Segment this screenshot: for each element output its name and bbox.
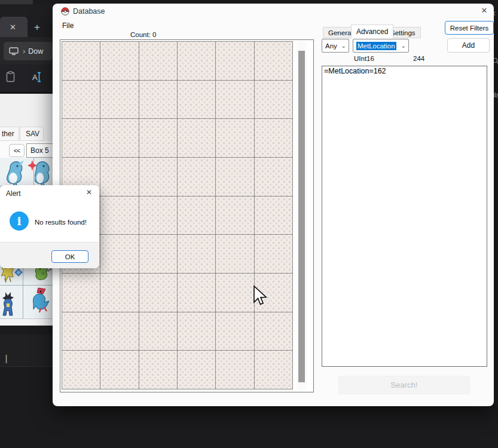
breadcrumb-chevron-icon: › (23, 47, 25, 56)
results-scrollbar[interactable] (297, 41, 307, 391)
db-slot[interactable] (216, 81, 253, 119)
db-slot[interactable] (216, 274, 253, 312)
property-max-label: 244 (413, 55, 424, 62)
db-slot[interactable] (100, 197, 138, 235)
alert-close-icon[interactable]: ✕ (84, 188, 94, 198)
database-titlebar[interactable]: Database ✕ (53, 4, 494, 19)
db-slot[interactable] (178, 274, 215, 312)
db-slot[interactable] (62, 119, 100, 157)
db-slot[interactable] (100, 158, 138, 196)
db-slot[interactable] (216, 119, 253, 157)
breadcrumb-item[interactable]: Dow (28, 47, 43, 56)
chevron-down-icon: ⌄ (401, 42, 406, 49)
explorer-top-strip (0, 0, 33, 4)
window-close-icon[interactable]: ✕ (478, 6, 490, 17)
db-slot[interactable] (178, 81, 215, 119)
db-slot[interactable] (178, 197, 215, 235)
db-slot[interactable] (255, 235, 292, 273)
db-slot[interactable] (100, 42, 138, 80)
db-slot[interactable] (178, 42, 215, 80)
db-slot[interactable] (255, 81, 292, 119)
db-slot[interactable] (100, 312, 138, 351)
pokeball-icon (61, 7, 69, 18)
add-filter-button[interactable]: Add (447, 38, 490, 53)
db-slot[interactable] (139, 274, 177, 312)
db-slot[interactable] (139, 158, 177, 196)
db-slot[interactable] (100, 274, 138, 312)
db-slot[interactable] (255, 119, 292, 157)
db-slot[interactable] (139, 351, 177, 389)
db-slot[interactable] (100, 119, 138, 157)
db-slot[interactable] (255, 158, 292, 196)
chevron-down-icon: ⌄ (341, 42, 346, 49)
box-selector[interactable]: Box 5 (26, 143, 53, 158)
db-slot[interactable] (62, 81, 100, 119)
tab-close-icon[interactable]: ✕ (10, 23, 16, 32)
db-slot[interactable] (178, 158, 215, 196)
new-tab-icon[interactable]: + (34, 22, 40, 33)
previous-box-button[interactable]: << (9, 144, 25, 157)
menu-file[interactable]: File (62, 22, 74, 30)
property-value: MetLocation (356, 42, 396, 50)
db-slot[interactable] (139, 42, 177, 80)
pokemon-sprite[interactable] (1, 290, 16, 319)
db-slot[interactable] (62, 42, 100, 80)
paste-icon[interactable] (6, 71, 15, 85)
property-dropdown[interactable]: MetLocation ⌄ (353, 39, 409, 53)
db-slot[interactable] (216, 158, 253, 196)
comparator-dropdown[interactable]: Any ⌄ (322, 39, 349, 53)
property-type-label: UInt16 (354, 55, 374, 62)
ok-button[interactable]: OK (51, 250, 88, 263)
screen: { "icons": { "close": "✕", "plus": "+", … (0, 0, 498, 448)
scrollbar-thumb[interactable] (298, 51, 305, 382)
svg-text:A: A (32, 73, 38, 82)
db-slot[interactable] (62, 351, 100, 389)
db-slot[interactable] (139, 235, 177, 273)
search-button[interactable]: Search! (338, 376, 470, 394)
pokemon-sprite[interactable] (35, 159, 53, 189)
db-slot[interactable] (139, 119, 177, 157)
db-slot[interactable] (100, 81, 138, 119)
alert-title: Alert (6, 189, 21, 198)
pokemon-sprite[interactable] (1, 159, 28, 189)
pokemon-sprite[interactable] (32, 287, 51, 315)
rename-icon[interactable]: A (30, 71, 42, 85)
alert-dialog: Alert ✕ i No results found! OK (0, 185, 99, 268)
db-slot[interactable] (100, 235, 138, 273)
db-slot[interactable] (139, 197, 177, 235)
db-slot[interactable] (216, 312, 253, 351)
breadcrumb[interactable]: › Dow (4, 42, 53, 60)
db-slot[interactable] (216, 351, 253, 389)
db-slot[interactable] (178, 351, 215, 389)
db-slot[interactable] (178, 235, 215, 273)
db-slot[interactable] (178, 119, 215, 157)
bottom-dark-area (0, 406, 498, 448)
explorer-toolbar: A (0, 65, 53, 93)
db-slot[interactable] (216, 42, 253, 80)
db-slot[interactable] (100, 351, 138, 389)
db-slot[interactable] (139, 81, 177, 119)
pkhex-bottom-edge (0, 318, 53, 326)
query-editor[interactable]: =MetLocation=162 (322, 66, 487, 367)
this-pc-icon (9, 47, 19, 56)
db-slot[interactable] (255, 42, 292, 80)
db-slot[interactable] (216, 235, 253, 273)
count-label: Count: 0 (130, 31, 156, 38)
db-slot[interactable] (139, 312, 177, 351)
db-slot[interactable] (255, 351, 292, 389)
alert-message: No results found! (35, 219, 87, 226)
reset-filters-button[interactable]: Reset Filters (445, 21, 494, 35)
tab-other[interactable]: ther (0, 127, 19, 141)
tab-sav[interactable]: SAV (20, 127, 44, 141)
text-cursor-mark: | (4, 354, 9, 364)
db-slot[interactable] (255, 197, 292, 235)
info-icon: i (10, 211, 29, 231)
tab-advanced[interactable]: Advanced (351, 24, 393, 38)
db-slot[interactable] (62, 312, 100, 351)
db-slot[interactable] (255, 312, 292, 351)
db-slot[interactable] (178, 312, 215, 351)
db-slot[interactable] (216, 197, 253, 235)
background-text-fragment: ils (494, 91, 498, 99)
right-edge-backdrop: ✕ ils (494, 0, 498, 406)
db-slot[interactable] (62, 274, 100, 312)
